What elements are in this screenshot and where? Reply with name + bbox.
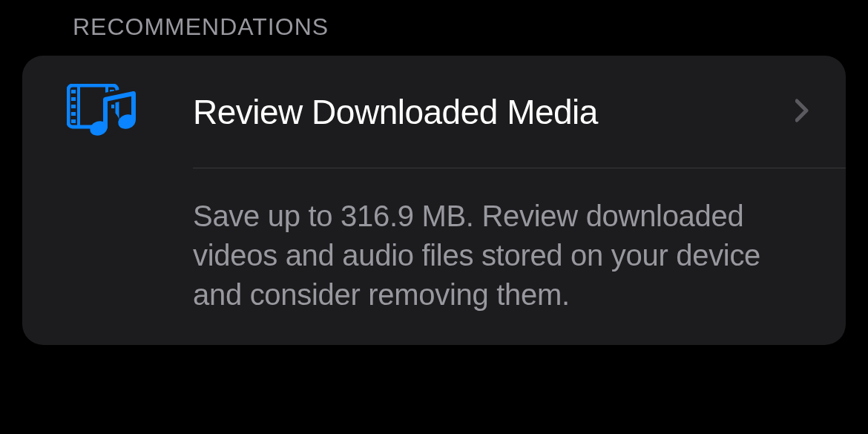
recommendation-card: Review Downloaded Media Save up to 316.9… (22, 56, 846, 345)
section-header: RECOMMENDATIONS (22, 0, 846, 56)
svg-rect-3 (71, 90, 76, 93)
recommendation-description: Save up to 316.9 MB. Review downloaded v… (193, 197, 764, 314)
svg-rect-5 (71, 105, 76, 108)
recommendation-title: Review Downloaded Media (193, 92, 780, 132)
recommendations-section: RECOMMENDATIONS (0, 0, 868, 345)
chevron-right-icon (795, 99, 809, 125)
media-icon-wrapper (67, 84, 141, 139)
recommendation-body: Save up to 316.9 MB. Review downloaded v… (22, 168, 846, 345)
svg-rect-6 (71, 112, 76, 116)
media-video-music-icon (67, 84, 141, 139)
recommendation-row[interactable]: Review Downloaded Media (22, 56, 846, 168)
svg-rect-7 (71, 119, 76, 123)
svg-rect-4 (71, 97, 76, 101)
